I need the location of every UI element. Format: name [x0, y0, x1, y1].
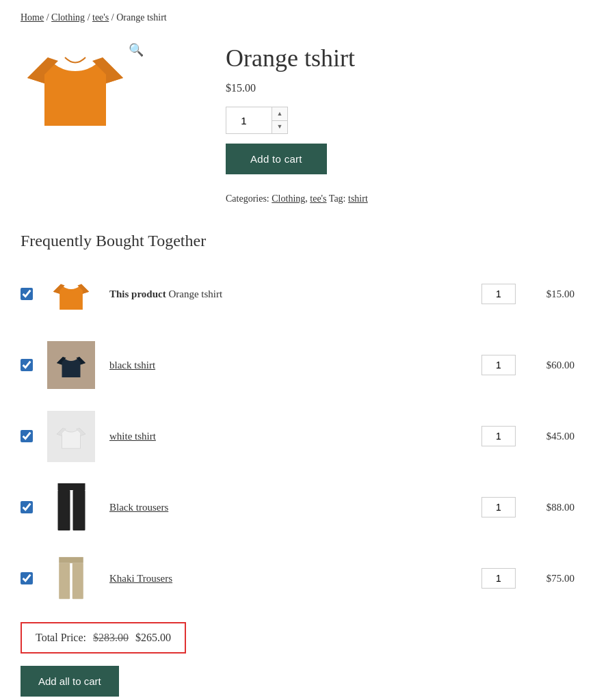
fbt-item-name-white-tshirt: white tshirt — [109, 431, 471, 442]
quantity-input[interactable] — [226, 107, 272, 134]
fbt-item-name-orange-tshirt: This product Orange tshirt — [109, 288, 471, 300]
white-tshirt-thumb — [47, 411, 95, 462]
fbt-price-black-tshirt: $60.00 — [527, 360, 574, 371]
white-tshirt-link[interactable]: white tshirt — [109, 431, 156, 442]
product-meta: Categories: Clothing, tee's Tag: tshirt — [226, 193, 574, 204]
product-price: $15.00 — [226, 82, 574, 94]
fbt-item-name-black-tshirt: black tshirt — [109, 360, 471, 371]
add-all-to-cart-button[interactable]: Add all to cart — [21, 666, 119, 697]
black-trousers-link[interactable]: Black trousers — [109, 502, 168, 513]
breadcrumb-current: Orange tshirt — [116, 12, 166, 23]
fbt-img-khaki-trousers — [44, 551, 98, 606]
zoom-icon[interactable]: 🔍 — [129, 42, 144, 57]
product-image — [21, 37, 130, 133]
fbt-checkbox-black-tshirt[interactable] — [21, 359, 33, 371]
black-tshirt-thumb — [47, 341, 95, 389]
category-clothing-link[interactable]: Clothing — [272, 193, 305, 204]
fbt-price-white-tshirt: $45.00 — [527, 431, 574, 442]
svg-rect-2 — [72, 490, 85, 530]
fbt-qty-white-tshirt[interactable] — [481, 426, 516, 446]
total-label: Total Price: — [36, 632, 86, 644]
fbt-title: Frequently Bought Together — [21, 232, 574, 250]
fbt-qty-khaki-trousers[interactable] — [481, 568, 516, 589]
black-trousers-svg — [56, 483, 87, 531]
breadcrumb-tees[interactable]: tee's — [92, 12, 109, 23]
fbt-img-white-tshirt — [44, 409, 98, 463]
fbt-item-khaki-trousers: Khaki Trousers $75.00 — [21, 551, 574, 606]
svg-rect-0 — [57, 483, 85, 490]
svg-rect-3 — [59, 557, 83, 563]
fbt-item-white-tshirt: white tshirt $45.00 — [21, 409, 574, 463]
fbt-item-black-tshirt: black tshirt $60.00 — [21, 338, 574, 392]
tag-label-text: Tag: — [329, 193, 346, 204]
svg-rect-4 — [59, 563, 70, 599]
fbt-price-khaki-trousers: $75.00 — [527, 573, 574, 584]
svg-rect-5 — [72, 563, 83, 599]
fbt-img-black-tshirt — [44, 338, 98, 392]
fbt-item-black-trousers: Black trousers $88.00 — [21, 480, 574, 535]
fbt-img-orange-tshirt — [44, 267, 98, 321]
fbt-qty-black-trousers[interactable] — [481, 497, 516, 517]
khaki-trousers-link[interactable]: Khaki Trousers — [109, 573, 172, 584]
total-price-box: Total Price: $283.00 $265.00 — [21, 622, 186, 654]
add-to-cart-button[interactable]: Add to cart — [226, 144, 327, 174]
product-info-col: Orange tshirt $15.00 ▲ ▼ Add to cart Cat… — [226, 37, 574, 204]
fbt-price-orange-tshirt: $15.00 — [527, 288, 574, 300]
breadcrumb-clothing[interactable]: Clothing — [51, 12, 85, 23]
fbt-item-orange-tshirt: This product Orange tshirt $15.00 — [21, 267, 574, 321]
product-section: 🔍 Orange tshirt $15.00 ▲ ▼ Add to cart C… — [0, 30, 595, 225]
quantity-down-btn[interactable]: ▼ — [272, 121, 287, 134]
black-tshirt-link[interactable]: black tshirt — [109, 360, 155, 371]
fbt-price-black-trousers: $88.00 — [527, 502, 574, 513]
fbt-checkbox-black-trousers[interactable] — [21, 501, 33, 513]
fbt-orange-tshirt-name: Orange tshirt — [168, 288, 222, 299]
khaki-trousers-svg — [57, 554, 85, 602]
total-original-price: $283.00 — [93, 632, 129, 644]
category-tees-link[interactable]: tee's — [310, 193, 326, 204]
white-tshirt-svg — [55, 419, 88, 453]
fbt-orange-tshirt-img — [51, 275, 92, 313]
breadcrumb: Home / Clothing / tee's / Orange tshirt — [0, 0, 595, 30]
tag-tshirt-link[interactable]: tshirt — [348, 193, 368, 204]
svg-rect-1 — [57, 490, 70, 530]
product-title: Orange tshirt — [226, 44, 574, 72]
total-discounted-price: $265.00 — [135, 632, 171, 644]
categories-label: Categories: — [226, 193, 269, 204]
quantity-up-btn[interactable]: ▲ — [272, 107, 287, 121]
black-tshirt-svg — [55, 350, 88, 380]
fbt-qty-black-tshirt[interactable] — [481, 355, 516, 375]
fbt-checkbox-orange-tshirt[interactable] — [21, 288, 33, 300]
fbt-qty-orange-tshirt[interactable] — [481, 284, 516, 304]
fbt-item-name-black-trousers: Black trousers — [109, 502, 471, 513]
product-image-col: 🔍 — [21, 37, 198, 204]
fbt-item-name-khaki-trousers: Khaki Trousers — [109, 573, 471, 584]
quantity-spinners: ▲ ▼ — [272, 107, 288, 134]
breadcrumb-home[interactable]: Home — [21, 12, 44, 23]
this-product-label: This product — [109, 288, 166, 299]
fbt-checkbox-khaki-trousers[interactable] — [21, 572, 33, 584]
fbt-section: Frequently Bought Together This product … — [0, 225, 595, 700]
fbt-img-black-trousers — [44, 480, 98, 535]
quantity-wrapper: ▲ ▼ — [226, 107, 574, 134]
fbt-checkbox-white-tshirt[interactable] — [21, 430, 33, 442]
